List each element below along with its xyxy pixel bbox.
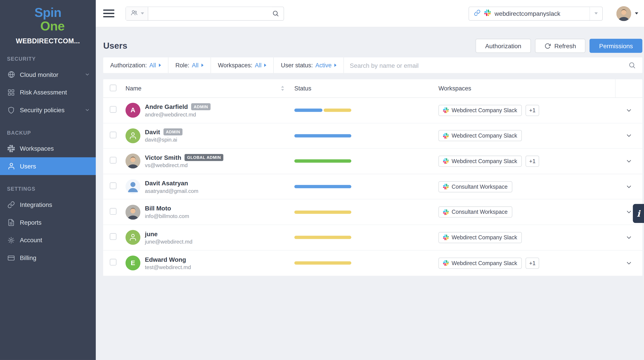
table-search-input[interactable]: [344, 62, 628, 69]
chevron-down-icon: [85, 72, 90, 77]
slack-icon: [443, 184, 449, 190]
workspace-chip-label: Webdirect Company Slack: [452, 158, 517, 164]
slack-icon: [443, 260, 449, 266]
sidebar-item-users[interactable]: Users: [0, 157, 96, 175]
people-icon: [130, 9, 138, 18]
billing-icon: [7, 254, 15, 262]
hamburger-menu-button[interactable]: [103, 10, 114, 17]
select-all-checkbox[interactable]: [110, 84, 116, 91]
app-root: Spin One WEBDIRECTCOM... SECURITY Cloud …: [0, 0, 644, 360]
table-row[interactable]: Davit Asatryan asatryand@gmail.com Consu…: [103, 174, 642, 200]
table-row[interactable]: E Edward Wong test@webdirect.md Webdirec…: [103, 250, 642, 276]
row-checkbox[interactable]: [110, 259, 116, 266]
user-name: Victor Smith: [145, 154, 181, 161]
sidebar-item-security-policies[interactable]: Security policies: [0, 101, 96, 119]
logo-one-text: One: [9, 19, 96, 33]
user-email: asatryand@gmail.com: [145, 188, 198, 194]
status-segment: [294, 262, 351, 265]
user-name: june: [145, 230, 158, 237]
status-segment: [294, 185, 351, 188]
expand-chevron-icon[interactable]: [625, 158, 632, 165]
filter-workspaces[interactable]: Workspaces: All: [211, 57, 274, 73]
authorization-button[interactable]: Authorization: [476, 39, 531, 53]
slack-icon: [443, 108, 449, 113]
workspace-chips: Webdirect Company Slack+1: [438, 258, 615, 269]
more-workspaces-chip[interactable]: +1: [526, 258, 539, 269]
status-segment: [294, 236, 351, 239]
workspace-chip: Consultant Workspace: [438, 206, 512, 218]
sidebar-item-cloud-monitor[interactable]: Cloud monitor: [0, 66, 96, 83]
status-segment: [294, 160, 351, 163]
table-row[interactable]: A Andre Garfield ADMIN andre@webdirect.m…: [103, 98, 642, 123]
sidebar-item-workspaces[interactable]: Workspaces: [0, 140, 96, 157]
search-icon[interactable]: [628, 62, 636, 69]
sidebar-item-label: Reports: [20, 219, 42, 226]
filter-role[interactable]: Role: All: [168, 57, 211, 73]
refresh-button[interactable]: Refresh: [535, 39, 586, 53]
expand-chevron-icon[interactable]: [625, 183, 632, 190]
row-checkbox[interactable]: [110, 182, 116, 189]
search-icon[interactable]: [272, 10, 279, 17]
table-row[interactable]: june june@webdirect.md Webdirect Company…: [103, 225, 642, 250]
workspace-chip-label: Consultant Workspace: [452, 209, 508, 215]
workspace-chip: Consultant Workspace: [438, 181, 512, 192]
arrow-right-icon: [334, 64, 336, 67]
sort-icon[interactable]: [281, 86, 284, 91]
sidebar-item-label: Risk Assessment: [20, 89, 67, 96]
user-email: davit@spin.ai: [145, 137, 183, 143]
status-bar: [294, 109, 351, 112]
permissions-button[interactable]: Permissions: [590, 39, 642, 53]
row-checkbox[interactable]: [110, 132, 116, 138]
workspace-chip: Webdirect Company Slack: [438, 258, 522, 269]
grid-icon: [7, 88, 15, 96]
sidebar-item-account[interactable]: Account: [0, 231, 96, 249]
info-tab-button[interactable]: i: [633, 204, 644, 223]
user-name: Edward Wong: [145, 256, 186, 263]
user-avatar[interactable]: [616, 6, 631, 21]
sidebar-item-risk-assessment[interactable]: Risk Assessment: [0, 83, 96, 101]
sidebar-item-label: Billing: [20, 254, 36, 261]
slack-icon: [443, 133, 449, 139]
table-row[interactable]: Bill Moto info@billmoto.com Consultant W…: [103, 200, 642, 225]
avatar: [126, 154, 140, 169]
column-header-name[interactable]: Name: [126, 85, 294, 92]
service-account-name: webdirectcompanyslack: [495, 10, 586, 17]
sidebar-item-label: Account: [20, 236, 42, 244]
row-checkbox[interactable]: [110, 157, 116, 164]
expand-chevron-icon[interactable]: [625, 234, 632, 241]
filter-bar: Authorization: All Role: All Workspaces:…: [103, 57, 642, 73]
status-bar: [294, 160, 351, 163]
expand-chevron-icon[interactable]: [625, 107, 632, 114]
status-bar: [294, 262, 351, 265]
table-row[interactable]: Davit ADMIN davit@spin.ai Webdirect Comp…: [103, 123, 642, 149]
global-search-input[interactable]: [148, 7, 272, 20]
filter-user-status[interactable]: User status: Active: [274, 57, 344, 73]
profile-menu[interactable]: [616, 6, 638, 21]
sidebar-item-label: Cloud monitor: [20, 71, 58, 78]
expand-chevron-icon[interactable]: [625, 132, 632, 139]
workspace-chip-label: Consultant Workspace: [452, 184, 508, 190]
spinone-logo[interactable]: Spin One: [0, 6, 96, 33]
workspace-chips: Webdirect Company Slack+1: [438, 156, 615, 167]
row-checkbox[interactable]: [110, 233, 116, 240]
service-account-dropdown[interactable]: webdirectcompanyslack: [468, 6, 603, 20]
more-workspaces-chip[interactable]: +1: [526, 105, 539, 116]
table-row[interactable]: Victor Smith GLOBAL ADMIN vs@webdirect.m…: [103, 149, 642, 174]
title-actions: Authorization Refresh Permissions: [476, 39, 642, 53]
expand-chevron-icon[interactable]: [625, 260, 632, 267]
search-scope-dropdown[interactable]: [126, 7, 148, 20]
sidebar-item-reports[interactable]: Reports: [0, 213, 96, 231]
status-segment: [294, 134, 351, 138]
sidebar-item-integrations[interactable]: Integrations: [0, 196, 96, 214]
avatar: [126, 128, 140, 143]
sidebar-item-billing[interactable]: Billing: [0, 249, 96, 267]
workspace-chip-label: Webdirect Company Slack: [452, 234, 517, 241]
more-workspaces-chip[interactable]: +1: [526, 156, 539, 167]
avatar: [126, 179, 140, 194]
filter-authorization[interactable]: Authorization: All: [103, 57, 168, 73]
sidebar-item-label: Workspaces: [20, 145, 54, 152]
expand-chevron-icon[interactable]: [625, 208, 632, 216]
row-checkbox[interactable]: [110, 106, 116, 113]
sidebar-item-label: Integrations: [20, 201, 52, 208]
row-checkbox[interactable]: [110, 208, 116, 215]
